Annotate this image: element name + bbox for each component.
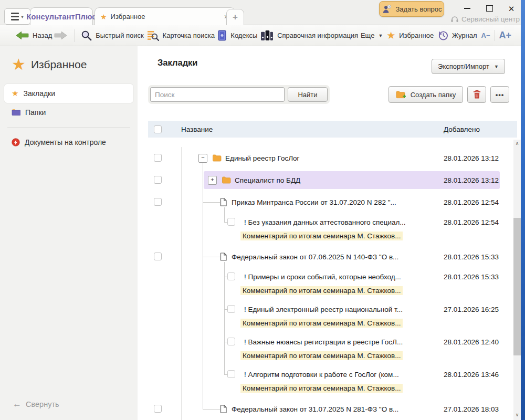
search-bar: Найти: [148, 85, 330, 104]
bookmark-row[interactable]: ! Единый электронный реестр национальной…: [138, 300, 513, 333]
desktop-background: [521, 0, 525, 420]
row-title: Специалист по БДД: [235, 176, 300, 184]
create-folder-label: Создать папку: [411, 91, 456, 99]
tree-connector: [224, 309, 227, 310]
font-larger-button[interactable]: A+: [495, 30, 516, 41]
scroll-up-icon[interactable]: ∧: [513, 140, 521, 148]
more-label: Еще: [361, 32, 374, 39]
row-checkbox[interactable]: [154, 253, 162, 260]
collapse-sidebar-button[interactable]: ← Свернуть: [13, 400, 59, 408]
row-checkbox[interactable]: [154, 405, 162, 413]
doc-row[interactable]: Федеральный закон от 31.07.2025 N 281-ФЗ…: [138, 398, 513, 420]
folder-row[interactable]: +Специалист по БДД28.01.2026 13:12: [138, 169, 513, 191]
app-body: ★ Избранное ★ Закладки Папки: [0, 46, 521, 420]
service-center-link[interactable]: Сервисный центр: [450, 15, 520, 23]
minimize-button[interactable]: [463, 4, 471, 13]
window-controls: ✕: [463, 3, 516, 14]
sidebar-items: ★ Закладки Папки Документы на контроле: [4, 84, 133, 152]
sidebar-item-bookmarks[interactable]: ★ Закладки: [4, 84, 133, 103]
folder-row[interactable]: −Единый реестр ГосЛог28.01.2026 13:12: [138, 147, 513, 169]
ellipsis-icon: •••: [496, 91, 505, 99]
tree-connector: [203, 409, 220, 410]
maximize-icon: [486, 5, 493, 12]
row-title: ! Важные нюансы регистрации в реестре Го…: [244, 338, 403, 346]
scrollbar-thumb[interactable]: [513, 218, 521, 355]
bookmark-checkbox[interactable]: [227, 338, 235, 345]
row-title: ! Без указания данных аттестованного спе…: [244, 218, 406, 226]
bookmark-comment: Комментарий по итогам семинара М. Стажко…: [240, 286, 403, 295]
row-title: Федеральный закон от 31.07.2025 N 281-ФЗ…: [232, 405, 398, 413]
row-checkbox[interactable]: [154, 198, 162, 206]
scroll-down-icon[interactable]: ∨: [513, 411, 521, 419]
bookmark-comment: Комментарий по итогам семинара М. Стажко…: [240, 232, 403, 240]
sidebar: ★ Избранное ★ Закладки Папки: [0, 46, 138, 420]
search-input[interactable]: [150, 87, 285, 102]
bookmark-checkbox[interactable]: [227, 370, 235, 378]
tab-logo[interactable]: КонсультантПлюс: [30, 7, 93, 25]
table-header: Название Добавлено: [148, 121, 517, 138]
tab-favorites[interactable]: ★ Избранное ×: [94, 7, 235, 25]
row-checkbox[interactable]: [154, 176, 162, 184]
create-folder-button[interactable]: Создать папку: [388, 86, 463, 103]
codes-label: Кодексы: [230, 32, 257, 39]
delete-button[interactable]: [467, 86, 486, 103]
document-icon: [220, 405, 227, 413]
favorites-star-icon: ★: [12, 57, 26, 72]
row-date: 28.01.2026 13:12: [444, 154, 499, 162]
favorites-label: Избранное: [399, 32, 434, 39]
ask-question-button[interactable]: ? Задать вопрос: [379, 1, 444, 17]
sidebar-item-folders[interactable]: Папки: [4, 103, 133, 122]
expander-plus-icon[interactable]: +: [208, 176, 217, 185]
bookmark-checkbox[interactable]: [227, 272, 235, 280]
doc-row[interactable]: Приказ Минтранса России от 31.07.2020 N …: [138, 191, 513, 213]
app-window: ▾ КонсультантПлюс ★ Избранное × + ? Зада…: [0, 0, 521, 420]
maximize-button[interactable]: [485, 4, 494, 13]
more-actions-button[interactable]: •••: [490, 86, 509, 103]
expander-minus-icon[interactable]: −: [198, 154, 207, 163]
document-icon: [220, 253, 227, 261]
ask-question-label: Задать вопрос: [396, 5, 442, 13]
back-button[interactable]: Назад: [16, 30, 52, 40]
search-card-button[interactable]: Карточка поиска: [147, 30, 215, 41]
search-card-label: Карточка поиска: [163, 32, 215, 39]
more-button[interactable]: Еще ▼: [361, 32, 383, 39]
export-import-button[interactable]: Экспорт/Импорт ▼: [432, 59, 505, 74]
font-size-controls: A− A+: [477, 30, 521, 41]
journal-button[interactable]: Журнал: [437, 30, 477, 41]
row-date: 27.01.2026 18:03: [444, 405, 499, 413]
app-logo-text: КонсультантПлюс: [26, 13, 96, 21]
binders-icon: [260, 30, 274, 41]
reference-info-button[interactable]: Справочная информация: [260, 30, 358, 41]
tree-spine: [224, 262, 225, 374]
quick-search-label: Быстрый поиск: [96, 32, 144, 39]
row-checkbox[interactable]: [154, 154, 162, 162]
favorites-button[interactable]: ★ Избранное: [386, 30, 434, 40]
bookmark-row[interactable]: ! Примеры и сроки событий, которые необх…: [138, 268, 513, 300]
forward-arrow-icon[interactable]: [54, 30, 67, 40]
trash-icon: [473, 90, 481, 99]
bookmark-checkbox[interactable]: [227, 305, 235, 313]
close-button[interactable]: ✕: [507, 4, 516, 13]
doc-row[interactable]: Федеральный закон от 07.06.2025 N 140-ФЗ…: [138, 246, 513, 268]
column-name: Название: [181, 125, 213, 133]
sidebar-item-documents-on-control[interactable]: Документы на контроле: [4, 133, 133, 152]
font-smaller-button[interactable]: A−: [477, 32, 495, 39]
minimize-icon: [464, 8, 470, 9]
bookmark-row[interactable]: ! Важные нюансы регистрации в реестре Го…: [138, 333, 513, 365]
vertical-scrollbar[interactable]: ∧ ∨: [513, 140, 521, 420]
bookmark-checkbox[interactable]: [227, 218, 235, 226]
row-date: 28.01.2026 15:33: [444, 253, 499, 261]
row-date: 28.01.2026 13:12: [444, 176, 499, 184]
quick-search-button[interactable]: Быстрый поиск: [81, 30, 144, 41]
bookmark-row[interactable]: ! Без указания данных аттестованного спе…: [138, 213, 513, 246]
find-button[interactable]: Найти: [288, 87, 328, 102]
select-all-checkbox[interactable]: [154, 125, 162, 133]
row-date: 28.01.2026 12:54: [444, 218, 499, 226]
bookmark-row[interactable]: ! Алгоритм подготовки к работе с ГосЛог …: [138, 365, 513, 398]
sidebar-divider: [7, 127, 130, 128]
folder-icon: [222, 176, 231, 184]
page-title: Закладки: [158, 58, 198, 68]
row-title: ! Примеры и сроки событий, которые необх…: [244, 273, 401, 281]
codes-button[interactable]: Кодексы: [218, 30, 257, 41]
new-tab-button[interactable]: +: [226, 9, 244, 25]
